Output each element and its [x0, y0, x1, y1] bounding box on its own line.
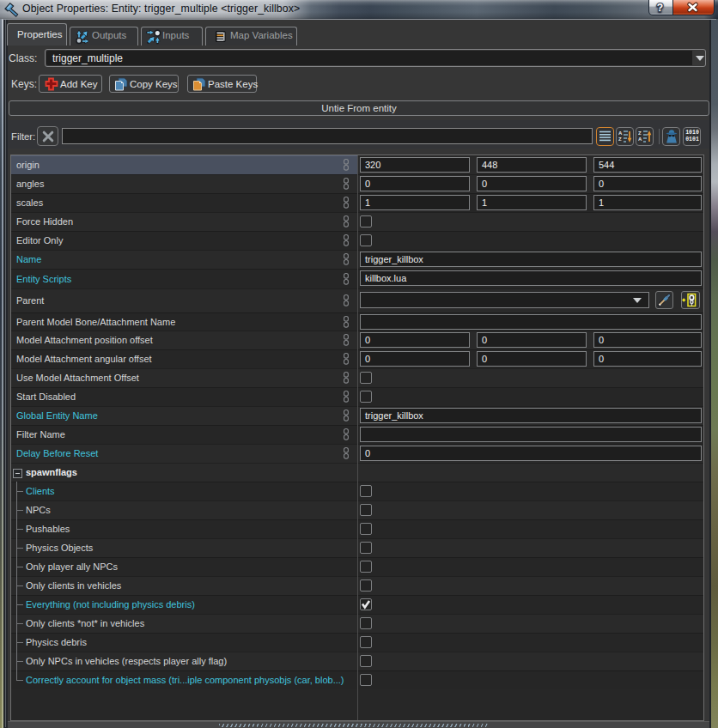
- svg-text:Z: Z: [618, 136, 622, 142]
- svg-text:A: A: [638, 136, 642, 142]
- svg-text:?: ?: [657, 2, 663, 14]
- svg-text:Z: Z: [638, 130, 642, 136]
- svg-text:A: A: [618, 130, 623, 136]
